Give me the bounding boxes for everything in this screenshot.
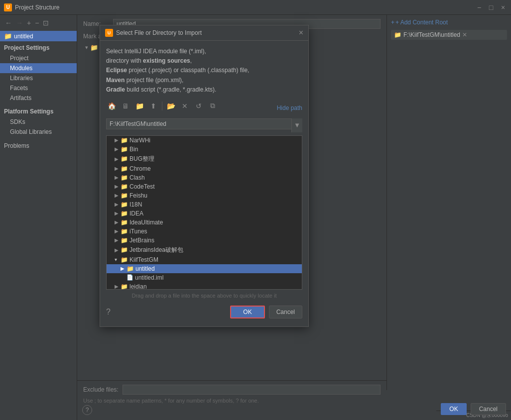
help-button[interactable]: ? bbox=[82, 405, 92, 415]
title-bar: U Project Structure − □ × bbox=[0, 0, 511, 15]
tree-root-chevron[interactable]: ▾ bbox=[85, 44, 88, 51]
tree-item-codetest[interactable]: ▶ 📁 CodeTest bbox=[107, 182, 302, 191]
sidebar-item-sdks[interactable]: SDKs bbox=[0, 117, 77, 127]
nav-forward-button[interactable]: → bbox=[15, 18, 24, 28]
folder-icon-jetbrainsidea: 📁 bbox=[121, 246, 128, 253]
modal-title-text: Select File or Directory to Import bbox=[116, 29, 202, 36]
modal-help-button[interactable]: ? bbox=[106, 308, 111, 316]
folder-icon-chrome: 📁 bbox=[121, 165, 128, 172]
toolbar-newfolder-button[interactable]: 📁 bbox=[134, 101, 145, 111]
sidebar-item-problems[interactable]: Problems bbox=[0, 141, 77, 151]
modal-footer: ? OK Cancel bbox=[106, 303, 302, 320]
content-root-path-text: F:\KiifTestGM\untitled bbox=[403, 31, 460, 38]
expand-arrow-feishu[interactable]: ▶ bbox=[115, 193, 121, 198]
sidebar-item-artifacts[interactable]: Artifacts bbox=[0, 93, 77, 103]
selected-module-label: untitled bbox=[14, 33, 33, 40]
tree-item-untitled[interactable]: ▶ 📁 untitled bbox=[107, 264, 302, 273]
modal-ok-button[interactable]: OK bbox=[230, 306, 264, 318]
folder-icon-untitled: 📁 bbox=[127, 265, 134, 272]
expand-arrow-jetbrains[interactable]: ▶ bbox=[115, 237, 121, 243]
window-controls: − □ × bbox=[475, 3, 507, 11]
expand-arrow-narwhal[interactable]: ▶ bbox=[115, 137, 121, 143]
toolbar-refresh-button[interactable]: ↺ bbox=[193, 101, 204, 111]
path-dropdown-button[interactable]: ▼ bbox=[291, 118, 302, 132]
sidebar-item-project[interactable]: Project bbox=[0, 53, 77, 63]
tree-item-bug[interactable]: ▶ 📁 BUG整理 bbox=[107, 154, 302, 164]
minimize-button[interactable]: − bbox=[475, 3, 483, 11]
folder-icon-bin: 📁 bbox=[121, 146, 128, 153]
sidebar-item-facets[interactable]: Facets bbox=[0, 83, 77, 93]
tree-label-untitled-iml: untitled.iml bbox=[135, 274, 163, 281]
expand-arrow-kiiftestgm[interactable]: ▾ bbox=[115, 257, 121, 262]
tree-item-kiiftestgm[interactable]: ▾ 📁 KiifTestGM bbox=[107, 255, 302, 264]
folder-icon-narwhal: 📁 bbox=[121, 137, 128, 144]
content-root-close-button[interactable]: ✕ bbox=[462, 31, 467, 38]
tree-item-chrome[interactable]: ▶ 📁 Chrome bbox=[107, 164, 302, 173]
modal-toolbar: 🏠 🖥 📁 ⬆ 📂 ✕ ↺ ⧉ bbox=[106, 101, 218, 111]
nav-back-button[interactable]: ← bbox=[4, 18, 13, 28]
sidebar-item-libraries[interactable]: Libraries bbox=[0, 73, 77, 83]
toolbar-create-dir-button[interactable]: 📂 bbox=[165, 101, 176, 111]
modal-path-input[interactable] bbox=[106, 118, 302, 129]
exclude-files-row: Exclude files: bbox=[83, 385, 381, 395]
exclude-files-input[interactable] bbox=[123, 385, 381, 395]
add-module-button[interactable]: + bbox=[26, 18, 32, 28]
expand-arrow-i18n[interactable]: ▶ bbox=[115, 202, 121, 207]
tree-item-ideaultimate[interactable]: ▶ 📁 IdeaUltimate bbox=[107, 218, 302, 227]
tree-item-i18n[interactable]: ▶ 📁 I18N bbox=[107, 200, 302, 209]
expand-arrow-jetbrainsidea[interactable]: ▶ bbox=[115, 247, 121, 253]
toolbar-up-button[interactable]: ⬆ bbox=[148, 101, 159, 111]
hide-path-button[interactable]: Hide path bbox=[277, 105, 302, 111]
modal-path-wrapper: ▼ bbox=[106, 118, 302, 132]
tree-label-clash: Clash bbox=[129, 174, 145, 181]
expand-arrow-bin[interactable]: ▶ bbox=[115, 146, 121, 152]
folder-icon-itunes: 📁 bbox=[121, 228, 128, 235]
tree-label-bin: Bin bbox=[129, 146, 138, 153]
sidebar-item-global-libraries[interactable]: Global Libraries bbox=[0, 127, 77, 137]
modal-title-left: U Select File or Directory to Import bbox=[105, 29, 202, 37]
tree-item-untitled-iml[interactable]: ▶ 📄 untitled.iml bbox=[107, 273, 302, 282]
window-title: Project Structure bbox=[15, 4, 475, 11]
tree-item-feishu[interactable]: ▶ 📁 Feishu bbox=[107, 191, 302, 200]
close-window-button[interactable]: × bbox=[499, 3, 507, 11]
remove-module-button[interactable]: − bbox=[34, 18, 40, 28]
tree-item-jetbrains[interactable]: ▶ 📁 JetBrains bbox=[107, 236, 302, 245]
expand-arrow-idea[interactable]: ▶ bbox=[115, 210, 121, 216]
modal-cancel-button[interactable]: Cancel bbox=[269, 306, 302, 318]
toolbar-delete-button[interactable]: ✕ bbox=[179, 101, 190, 111]
tree-item-leidian[interactable]: ▶ 📁 leidian bbox=[107, 282, 302, 290]
add-content-root-button[interactable]: + + Add Content Root bbox=[391, 19, 507, 26]
toolbar-desktop-button[interactable]: 🖥 bbox=[120, 101, 131, 111]
modal-close-button[interactable]: × bbox=[299, 28, 303, 37]
tree-item-narwhal[interactable]: ▶ 📁 NarWHi bbox=[107, 136, 302, 145]
tree-item-itunes[interactable]: ▶ 📁 iTunes bbox=[107, 227, 302, 236]
expand-arrow-ideaultimate[interactable]: ▶ bbox=[115, 219, 121, 225]
main-cancel-button[interactable]: Cancel bbox=[471, 403, 506, 415]
expand-arrow-codetest[interactable]: ▶ bbox=[115, 184, 121, 189]
tree-item-jetbrainsidea[interactable]: ▶ 📁 JetbrainsIdea破解包 bbox=[107, 245, 302, 255]
description-line3: Eclipse project (.project) or classpath … bbox=[106, 67, 249, 74]
modal-body: Select IntelliJ IDEA module file (*.iml)… bbox=[100, 41, 308, 326]
tree-label-untitled: untitled bbox=[135, 265, 155, 272]
tree-item-clash[interactable]: ▶ 📁 Clash bbox=[107, 173, 302, 182]
content-root-panel: + + Add Content Root 📁 F:\KiifTestGM\unt… bbox=[386, 15, 511, 390]
toolbar-home-button[interactable]: 🏠 bbox=[106, 101, 117, 111]
sidebar-item-modules[interactable]: Modules bbox=[0, 63, 77, 73]
maximize-button[interactable]: □ bbox=[487, 3, 495, 11]
selected-module-item[interactable]: 📁 untitled bbox=[0, 31, 77, 41]
expand-arrow-chrome[interactable]: ▶ bbox=[115, 166, 121, 171]
expand-arrow-bug[interactable]: ▶ bbox=[115, 156, 121, 162]
expand-arrow-leidian[interactable]: ▶ bbox=[115, 284, 121, 289]
main-ok-button[interactable]: OK bbox=[441, 403, 466, 415]
add-content-root-icon: + bbox=[391, 19, 394, 26]
tree-item-idea[interactable]: ▶ 📁 IDEA bbox=[107, 209, 302, 218]
expand-arrow-clash[interactable]: ▶ bbox=[115, 175, 121, 180]
expand-arrow-untitled[interactable]: ▶ bbox=[121, 266, 127, 271]
toolbar-copy-path-button[interactable]: ⧉ bbox=[207, 101, 218, 111]
tree-label-idea: IDEA bbox=[129, 210, 143, 217]
file-tree[interactable]: ▶ 📁 NarWHi ▶ 📁 Bin ▶ 📁 BUG整理 ▶ 📁 Chrome bbox=[106, 135, 302, 290]
tree-item-bin[interactable]: ▶ 📁 Bin bbox=[107, 145, 302, 154]
copy-module-button[interactable]: ⊡ bbox=[42, 18, 50, 28]
sidebar-nav-row: ← → + − ⊡ bbox=[0, 17, 77, 29]
expand-arrow-itunes[interactable]: ▶ bbox=[115, 228, 121, 234]
